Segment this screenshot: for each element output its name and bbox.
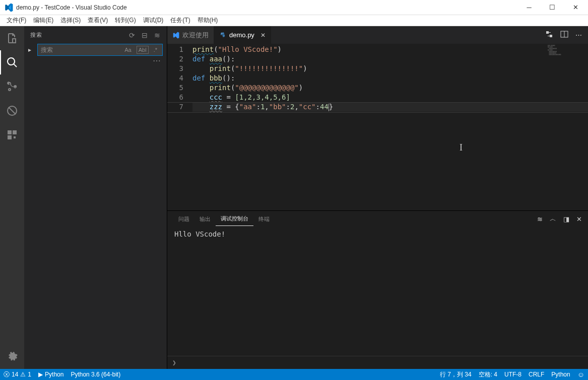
tab-welcome[interactable]: 欢迎使用 <box>167 26 214 44</box>
status-feedback-icon[interactable]: ☺ <box>574 369 588 380</box>
error-icon: ⓧ <box>4 370 10 379</box>
collapse-all-icon[interactable]: ⊟ <box>142 31 148 39</box>
extensions-icon <box>6 129 18 141</box>
status-eol[interactable]: CRLF <box>525 369 548 380</box>
toggle-replace-icon[interactable]: ▸ <box>28 46 35 53</box>
window-close-button[interactable]: ✕ <box>564 0 587 15</box>
files-icon <box>6 32 18 44</box>
menu-help[interactable]: 帮助(H) <box>194 15 222 26</box>
search-sidebar: 搜索 ⟳ ⊟ ≋ ▸ Aa Abl .* ⋯ <box>24 26 167 369</box>
menu-bar: 文件(F) 编辑(E) 选择(S) 查看(V) 转到(G) 调试(D) 任务(T… <box>0 15 588 26</box>
menu-tasks[interactable]: 任务(T) <box>167 15 193 26</box>
minimap[interactable]: ████ ██████████ ████ ████████████████ ██… <box>548 45 588 65</box>
gear-icon <box>6 351 18 363</box>
window-maximize-button[interactable]: ☐ <box>541 0 564 15</box>
panel-tab-output[interactable]: 输出 <box>194 212 216 226</box>
split-editor-icon[interactable] <box>560 30 568 40</box>
tab-label: 欢迎使用 <box>182 31 209 40</box>
source-control-icon <box>6 81 18 93</box>
match-case-toggle[interactable]: Aa <box>122 46 133 54</box>
search-input[interactable] <box>41 46 122 53</box>
debug-console-output[interactable]: Hllo VScode! <box>167 227 588 356</box>
status-errors[interactable]: ⓧ 14 ⚠ 1 <box>0 369 35 380</box>
status-cursor-position[interactable]: 行 7，列 34 <box>436 369 475 380</box>
activity-settings[interactable] <box>0 345 24 369</box>
search-input-wrap[interactable]: Aa Abl .* <box>37 44 163 56</box>
line-number: 1 <box>167 45 192 54</box>
console-line: Hllo VScode! <box>174 230 581 238</box>
panel-tabs: 问题 输出 调试控制台 终端 ≋ ︿ ◨ ✕ <box>167 211 588 227</box>
panel-tab-debug-console[interactable]: 调试控制台 <box>216 212 253 226</box>
window-titlebar: demo.py - TestCode - Visual Studio Code … <box>0 0 588 15</box>
warning-icon: ⚠ <box>20 371 26 378</box>
regex-toggle[interactable]: .* <box>152 46 159 54</box>
more-actions-icon[interactable]: ⋯ <box>575 31 582 39</box>
debug-icon <box>6 105 18 117</box>
menu-debug[interactable]: 调试(D) <box>140 15 167 26</box>
search-icon <box>6 56 18 68</box>
vscode-tab-icon <box>172 32 179 39</box>
window-title: demo.py - TestCode - Visual Studio Code <box>16 4 127 11</box>
clear-console-icon[interactable]: ≋ <box>537 215 543 223</box>
collapse-panel-icon[interactable]: ︿ <box>550 214 556 223</box>
line-number: 5 <box>167 83 192 93</box>
play-icon: ▶ <box>38 371 43 378</box>
code-editor[interactable]: 1 2 3 4 5 6 7 print("Hllo VScode!") def … <box>167 44 588 210</box>
editor-tabs: 欢迎使用 demo.py ✕ ⋯ <box>167 26 588 44</box>
activity-scm[interactable] <box>0 74 24 99</box>
line-gutter: 1 2 3 4 5 6 7 <box>167 44 192 210</box>
status-bar: ⓧ 14 ⚠ 1 ▶ Python Python 3.6 (64-bit) 行 … <box>0 369 588 380</box>
refresh-icon[interactable]: ⟳ <box>129 31 136 39</box>
line-number: 4 <box>167 73 192 83</box>
menu-goto[interactable]: 转到(G) <box>111 15 139 26</box>
sidebar-title: 搜索 <box>30 31 42 39</box>
search-more-options[interactable]: ⋯ <box>24 58 167 64</box>
activity-explorer[interactable] <box>0 26 24 50</box>
panel-tab-problems[interactable]: 问题 <box>173 212 194 226</box>
menu-file[interactable]: 文件(F) <box>3 15 30 26</box>
match-word-toggle[interactable]: Abl <box>137 46 149 54</box>
activity-debug[interactable] <box>0 99 24 123</box>
window-minimize-button[interactable]: ─ <box>517 0 541 15</box>
line-number: 2 <box>167 54 192 64</box>
status-encoding[interactable]: UTF-8 <box>501 369 525 380</box>
search-flags: Aa Abl .* <box>122 46 159 54</box>
python-file-icon <box>219 32 226 39</box>
line-number: 6 <box>167 93 192 102</box>
tab-demo-py[interactable]: demo.py ✕ <box>214 26 271 44</box>
menu-edit[interactable]: 编辑(E) <box>30 15 57 26</box>
line-number: 3 <box>167 64 192 73</box>
code-lines[interactable]: print("Hllo VScode!") def aaa(): print("… <box>192 44 588 210</box>
close-panel-icon[interactable]: ✕ <box>576 215 582 223</box>
activity-extensions[interactable] <box>0 123 24 147</box>
compare-changes-icon[interactable] <box>545 30 553 40</box>
activity-bar <box>0 26 24 369</box>
text-cursor-icon: I <box>460 142 463 153</box>
status-language[interactable]: Python <box>548 369 573 380</box>
debug-console-input[interactable]: ❯ <box>167 356 588 369</box>
menu-select[interactable]: 选择(S) <box>57 15 84 26</box>
status-indentation[interactable]: 空格: 4 <box>475 369 501 380</box>
status-debug-target[interactable]: ▶ Python <box>35 369 67 380</box>
bottom-panel: 问题 输出 调试控制台 终端 ≋ ︿ ◨ ✕ Hllo VScode! ❯ <box>167 210 588 369</box>
search-row: ▸ Aa Abl .* <box>24 44 167 58</box>
sidebar-header: 搜索 ⟳ ⊟ ≋ <box>24 26 167 44</box>
maximize-panel-icon[interactable]: ◨ <box>563 215 569 223</box>
line-number: 7 <box>167 102 192 112</box>
panel-tab-terminal[interactable]: 终端 <box>253 212 275 226</box>
activity-search[interactable] <box>0 50 24 74</box>
menu-view[interactable]: 查看(V) <box>84 15 111 26</box>
svg-point-1 <box>222 33 222 33</box>
tab-label: demo.py <box>229 31 254 39</box>
status-interpreter[interactable]: Python 3.6 (64-bit) <box>67 369 124 380</box>
prompt-chevron-icon: ❯ <box>172 359 176 366</box>
editor-group: 欢迎使用 demo.py ✕ ⋯ 1 2 3 4 <box>167 26 588 369</box>
close-tab-icon[interactable]: ✕ <box>260 32 266 39</box>
vscode-icon <box>4 3 13 12</box>
clear-search-icon[interactable]: ≋ <box>154 31 161 39</box>
